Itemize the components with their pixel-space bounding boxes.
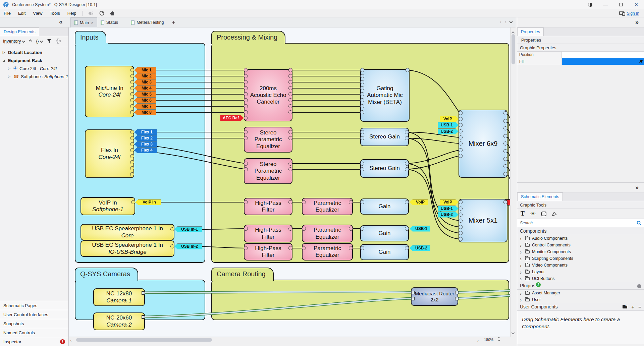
wire-pin[interactable]: [288, 167, 292, 171]
video-pin[interactable]: [142, 315, 145, 319]
wire-pin[interactable]: [360, 104, 364, 108]
tag-aec-ref[interactable]: AEC Ref: [220, 115, 244, 121]
wire-pin[interactable]: [130, 98, 134, 102]
wire-pin[interactable]: [288, 110, 292, 114]
wire-pin[interactable]: [459, 154, 463, 158]
block-stereo-peq-2[interactable]: Stereo Parametric Equalizer: [244, 158, 292, 184]
tag-mixer69-voip[interactable]: VoIP: [440, 116, 459, 122]
wire-pin[interactable]: [288, 98, 292, 102]
filter-icon[interactable]: [47, 39, 51, 43]
tag-mic-1[interactable]: Mic 1: [134, 67, 156, 73]
horizontal-scroll-thumb[interactable]: [76, 338, 212, 342]
component-category[interactable]: ›Scripting Components: [517, 255, 644, 262]
zoom-spinner[interactable]: [498, 337, 500, 341]
component-category[interactable]: ›Control Components: [517, 242, 644, 248]
wire-pin[interactable]: [130, 172, 134, 176]
section-inspector[interactable]: Inspector!: [0, 337, 68, 346]
wire-pin[interactable]: [170, 244, 174, 248]
wire-pin[interactable]: [360, 162, 364, 166]
wire-pin[interactable]: [302, 200, 306, 204]
wire-pin[interactable]: [244, 98, 248, 102]
scroll-right-icon[interactable]: ›: [477, 338, 479, 343]
block-echo-canceler[interactable]: 200ms Acoustic Echo Canceler: [244, 69, 292, 121]
wire-pin[interactable]: [360, 80, 364, 84]
wire-pin[interactable]: [288, 162, 292, 166]
component-category[interactable]: ›Monitor Components: [517, 248, 644, 255]
collapsed-triangle-icon[interactable]: ▷: [8, 67, 11, 70]
theme-toggle-button[interactable]: [582, 0, 598, 9]
prev-tab-icon[interactable]: ‹: [500, 19, 501, 24]
check-design-icon[interactable]: [99, 11, 104, 16]
video-pin[interactable]: [411, 297, 415, 300]
wire-pin[interactable]: [459, 135, 463, 139]
wire-pin[interactable]: [503, 119, 507, 123]
wire-pin[interactable]: [244, 130, 248, 134]
wire-pin[interactable]: [459, 219, 463, 223]
wire-pin[interactable]: [244, 110, 248, 114]
block-mixer-5x1[interactable]: Mixer 5x1: [459, 199, 507, 242]
wire-pin[interactable]: [288, 136, 292, 140]
wire-pin[interactable]: [288, 74, 292, 78]
tag-mic-3[interactable]: Mic 3: [134, 79, 156, 85]
wire-pin[interactable]: [244, 167, 248, 171]
section-schematic-pages[interactable]: Schematic Pages: [0, 301, 68, 310]
tag-mic-8[interactable]: Mic 8: [134, 110, 156, 115]
wire-pin[interactable]: [130, 110, 134, 114]
plugin-manager-icon[interactable]: [110, 11, 115, 16]
tag-flex-4[interactable]: Flex 4: [134, 148, 157, 153]
wire-pin[interactable]: [360, 86, 364, 90]
wire-pin[interactable]: [130, 154, 134, 158]
wire-pin[interactable]: [244, 162, 248, 166]
wire-pin[interactable]: [459, 207, 463, 211]
tab-schematic-elements[interactable]: Schematic Elements: [517, 192, 563, 201]
tab-main[interactable]: Main ×: [70, 17, 97, 27]
wire-pin[interactable]: [503, 164, 507, 168]
wire-pin[interactable]: [405, 167, 409, 171]
wire-pin[interactable]: [459, 129, 463, 133]
wire-pin[interactable]: [360, 92, 364, 96]
block-stereo-gain-1[interactable]: Stereo Gain: [360, 128, 409, 146]
position-value-field[interactable]: [562, 52, 644, 58]
wire-pin[interactable]: [503, 126, 507, 130]
wire-pin[interactable]: [360, 110, 364, 114]
block-usb-speakerphone-2[interactable]: USB EC Speakerphone 1 In IO-USB-Bridge: [80, 240, 174, 257]
wire-pin[interactable]: [288, 80, 292, 84]
plugins-icon[interactable]: [637, 283, 641, 288]
group-selector[interactable]: {}: [36, 39, 42, 44]
wire-pin[interactable]: [459, 200, 463, 204]
wire-pin[interactable]: [405, 162, 409, 166]
wire-pin[interactable]: [244, 68, 248, 72]
tag-mic-4[interactable]: Mic 4: [134, 85, 156, 91]
tab-design-elements[interactable]: Design Elements: [0, 27, 39, 36]
wire-pin[interactable]: [244, 136, 248, 140]
tag-mixer51-usb-1[interactable]: USB-1: [438, 206, 459, 212]
section-user-control-interfaces[interactable]: User Control Interfaces: [0, 310, 68, 319]
wire-pin[interactable]: [405, 227, 409, 231]
wire-pin[interactable]: [360, 246, 364, 250]
add-user-component-icon[interactable]: +: [631, 304, 634, 310]
minimize-button[interactable]: —: [598, 0, 613, 9]
block-parametric-eq-2[interactable]: Parametric Equalizer: [302, 225, 353, 242]
vertical-scroll-thumb[interactable]: [512, 34, 515, 64]
wire-pin[interactable]: [360, 98, 364, 102]
collapsed-triangle-icon[interactable]: ▷: [3, 51, 6, 54]
block-high-pass-filter-1[interactable]: High-Pass Filter: [244, 198, 292, 215]
menu-tools[interactable]: Tools: [46, 9, 63, 17]
wire-pin[interactable]: [131, 200, 135, 204]
wire-pin[interactable]: [360, 74, 364, 78]
close-tab-icon[interactable]: ×: [91, 20, 94, 25]
tab-status[interactable]: Status: [97, 17, 121, 27]
wire-pin[interactable]: [503, 141, 507, 146]
search-icon[interactable]: [637, 221, 641, 225]
wire-pin[interactable]: [130, 130, 134, 134]
wire-pin[interactable]: [170, 227, 174, 231]
block-high-pass-filter-2[interactable]: High-Pass Filter: [244, 225, 292, 242]
wire-pin[interactable]: [288, 246, 292, 250]
section-named-controls[interactable]: Named Controls: [0, 328, 68, 337]
wire-pin[interactable]: [405, 136, 409, 140]
close-button[interactable]: ×: [629, 0, 644, 9]
wire-pin[interactable]: [459, 213, 463, 217]
tag-flex-1[interactable]: Flex 1: [134, 129, 157, 135]
wire-pin[interactable]: [130, 80, 134, 84]
wire-pin[interactable]: [459, 111, 463, 115]
